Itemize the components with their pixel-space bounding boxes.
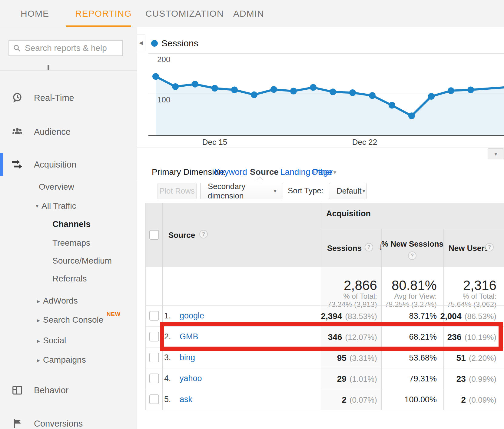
sidebar: Real-Time Audience Acquisition: [0, 27, 137, 429]
row-checkbox[interactable]: [149, 374, 159, 383]
total-new-sessions: 80.81%: [376, 278, 437, 293]
new-users-pct: (0.09%): [469, 395, 496, 404]
nav-reporting[interactable]: REPORTING: [75, 0, 132, 27]
source-link[interactable]: google: [180, 311, 204, 321]
data-point[interactable]: [448, 87, 454, 94]
data-point[interactable]: [408, 112, 415, 119]
sidebar-item-treemaps[interactable]: Treemaps: [52, 236, 90, 250]
new-users-pct: (2.20%): [469, 354, 496, 363]
sidebar-item-overview[interactable]: Overview: [39, 180, 74, 194]
sidebar-item-label: Real-Time: [34, 93, 74, 103]
select-all-checkbox[interactable]: [149, 230, 159, 240]
sidebar-item-all-traffic[interactable]: ▾All Traffic: [36, 199, 76, 213]
data-point[interactable]: [389, 102, 395, 109]
data-point[interactable]: [251, 91, 257, 98]
main-content: ◀ Sessions 200 100 Dec 15 Dec 22 ▼ Prima…: [137, 27, 504, 429]
sidebar-item-social[interactable]: ▸Social: [37, 334, 66, 347]
row-number: 4.: [164, 374, 171, 383]
chevron-down-icon: ▼: [273, 188, 277, 194]
search-box[interactable]: [8, 40, 123, 56]
chevron-right-icon: ▸: [37, 317, 40, 324]
data-point[interactable]: [467, 87, 474, 93]
help-icon[interactable]: ?: [199, 230, 208, 238]
total-new-sessions-sub: Avg for View:: [376, 292, 437, 301]
row-number: 3.: [164, 353, 171, 362]
dimension-source-selected[interactable]: Source: [250, 167, 279, 177]
dimension-keyword[interactable]: Keyword: [214, 167, 247, 177]
source-link[interactable]: ask: [180, 395, 192, 404]
row-checkbox[interactable]: [149, 332, 159, 341]
row-checkbox[interactable]: [149, 353, 159, 362]
sessions-pct: (3.31%): [350, 354, 377, 363]
acquisition-icon: [12, 159, 23, 170]
data-point[interactable]: [192, 81, 198, 88]
nav-admin[interactable]: ADMIN: [233, 0, 264, 27]
column-header-new-users[interactable]: New Users: [449, 244, 489, 253]
chart-separator: [137, 148, 504, 148]
data-point[interactable]: [330, 88, 336, 95]
row-checkbox[interactable]: [149, 394, 159, 404]
column-header-source[interactable]: Source: [168, 231, 195, 240]
data-point[interactable]: [211, 85, 218, 91]
sidebar-item-channels[interactable]: Channels: [52, 218, 91, 231]
data-point[interactable]: [270, 86, 277, 93]
sessions-value: 29: [337, 374, 346, 384]
source-link[interactable]: yahoo: [180, 374, 202, 383]
new-users-pct: (86.53%): [465, 312, 497, 321]
secondary-dimension-button[interactable]: Secondary dimension ▼: [200, 183, 283, 199]
help-icon[interactable]: ?: [365, 243, 373, 251]
sidebar-item-campaigns[interactable]: ▸Campaigns: [37, 353, 86, 367]
chevron-down-icon[interactable]: ▼: [332, 168, 337, 178]
scroll-handle[interactable]: ▼: [488, 148, 504, 159]
sidebar-item-real-time[interactable]: Real-Time: [0, 89, 137, 107]
nav-home[interactable]: HOME: [21, 0, 49, 27]
new-sessions-value: 79.31%: [409, 374, 437, 384]
source-link[interactable]: bing: [180, 353, 195, 362]
chevron-right-icon: ▸: [37, 338, 40, 344]
sidebar-item-audience[interactable]: Audience: [0, 123, 137, 141]
nav-customization[interactable]: CUSTOMIZATION: [145, 0, 224, 27]
chevron-down-icon: ▾: [36, 203, 38, 209]
sidebar-item-search-console[interactable]: ▸Search Console: [37, 313, 103, 327]
column-header-new-sessions[interactable]: % New Sessions: [381, 239, 443, 249]
sidebar-item-adwords[interactable]: ▸AdWords: [37, 294, 78, 308]
analytics-page: HOME REPORTING CUSTOMIZATION ADMIN Real-…: [0, 0, 504, 429]
sidebar-item-label: Audience: [34, 127, 71, 137]
chevron-down-icon: ▼: [361, 188, 366, 194]
sessions-chart: [137, 27, 504, 158]
new-sessions-value: 83.71%: [409, 311, 437, 321]
data-point[interactable]: [349, 89, 356, 96]
search-input[interactable]: [24, 43, 115, 53]
sort-type-value: Default: [337, 186, 361, 196]
total-sessions-sub: % of Total:: [317, 292, 377, 301]
top-nav: HOME REPORTING CUSTOMIZATION ADMIN: [0, 0, 504, 27]
sidebar-item-source-medium[interactable]: Source/Medium: [52, 254, 112, 268]
column-header-sessions[interactable]: Sessions: [327, 244, 362, 253]
data-point[interactable]: [428, 93, 435, 100]
sidebar-item-label: Behavior: [34, 385, 68, 395]
sort-type-dropdown[interactable]: Default ▼: [329, 183, 366, 199]
plot-rows-button[interactable]: Plot Rows: [158, 183, 197, 199]
help-icon[interactable]: ?: [408, 251, 416, 260]
secondary-dimension-label: Secondary dimension: [208, 182, 273, 201]
sidebar-item-acquisition[interactable]: Acquisition: [0, 155, 137, 174]
sidebar-item-referrals[interactable]: Referrals: [52, 272, 87, 285]
y-tick-100: 100: [157, 95, 170, 105]
row-checkbox[interactable]: [149, 311, 159, 321]
data-point[interactable]: [231, 87, 238, 93]
dimension-other[interactable]: Other: [311, 167, 333, 177]
sidebar-item-conversions[interactable]: Conversions: [0, 414, 137, 429]
search-icon: [13, 44, 21, 52]
data-point[interactable]: [172, 83, 179, 90]
data-point[interactable]: [369, 92, 376, 99]
truncated-item-sliver: [48, 65, 49, 70]
total-new-users: 2,316: [436, 278, 496, 293]
data-point[interactable]: [152, 73, 159, 80]
data-point[interactable]: [290, 88, 297, 95]
data-point[interactable]: [310, 84, 317, 91]
help-icon[interactable]: ?: [485, 243, 494, 251]
sidebar-item-behavior[interactable]: Behavior: [0, 381, 137, 399]
real-time-icon: [12, 92, 23, 104]
new-users-value: 51: [456, 353, 466, 363]
chevron-right-icon: ▸: [37, 298, 40, 304]
